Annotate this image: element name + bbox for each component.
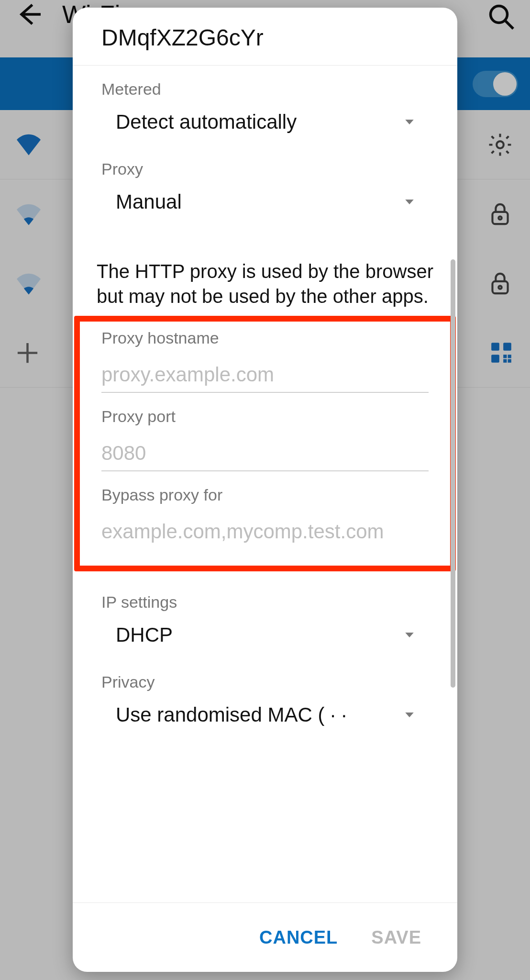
privacy-value: Use randomised MAC ( · · xyxy=(116,703,347,726)
network-config-dialog: DMqfXZ2G6cYr Metered Detect automaticall… xyxy=(73,8,457,972)
cancel-button[interactable]: CANCEL xyxy=(259,927,338,948)
proxy-bypass-label: Bypass proxy for xyxy=(101,486,429,504)
chevron-down-icon xyxy=(402,628,417,642)
metered-dropdown[interactable]: Detect automatically xyxy=(101,111,429,143)
dialog-actions: CANCEL SAVE xyxy=(73,902,457,972)
chevron-down-icon xyxy=(402,115,417,129)
ip-settings-label: IP settings xyxy=(101,593,429,612)
privacy-label: Privacy xyxy=(101,673,429,691)
proxy-info-text: The HTTP proxy is used by the browser bu… xyxy=(73,225,457,316)
metered-label: Metered xyxy=(101,80,429,99)
privacy-field: Privacy Use randomised MAC ( · · xyxy=(73,658,457,738)
metered-value: Detect automatically xyxy=(116,111,297,134)
proxy-hostname-label: Proxy hostname xyxy=(101,329,429,347)
proxy-dropdown[interactable]: Manual xyxy=(101,190,429,223)
ip-settings-field: IP settings DHCP xyxy=(73,571,457,658)
proxy-value: Manual xyxy=(116,190,182,213)
dialog-body: Metered Detect automatically Proxy Manua… xyxy=(73,66,457,902)
privacy-dropdown[interactable]: Use randomised MAC ( · · xyxy=(101,703,429,736)
proxy-hostname-input[interactable] xyxy=(101,359,429,393)
chevron-down-icon xyxy=(402,708,417,722)
proxy-port-field: Proxy port xyxy=(101,407,429,471)
proxy-manual-fields-highlight: Proxy hostname Proxy port Bypass proxy f… xyxy=(74,316,456,571)
proxy-bypass-field: Bypass proxy for xyxy=(101,486,429,549)
proxy-port-input[interactable] xyxy=(101,438,429,471)
proxy-field: Proxy Manual xyxy=(73,145,457,225)
proxy-bypass-input[interactable] xyxy=(101,516,429,549)
dialog-title: DMqfXZ2G6cYr xyxy=(73,8,457,66)
save-button[interactable]: SAVE xyxy=(371,927,421,948)
ip-settings-dropdown[interactable]: DHCP xyxy=(101,624,429,656)
proxy-port-label: Proxy port xyxy=(101,407,429,426)
dialog-scrollbar[interactable] xyxy=(451,259,455,688)
proxy-label: Proxy xyxy=(101,160,429,178)
proxy-hostname-field: Proxy hostname xyxy=(101,329,429,393)
ip-settings-value: DHCP xyxy=(116,624,173,646)
metered-field: Metered Detect automatically xyxy=(73,66,457,145)
chevron-down-icon xyxy=(402,195,417,209)
